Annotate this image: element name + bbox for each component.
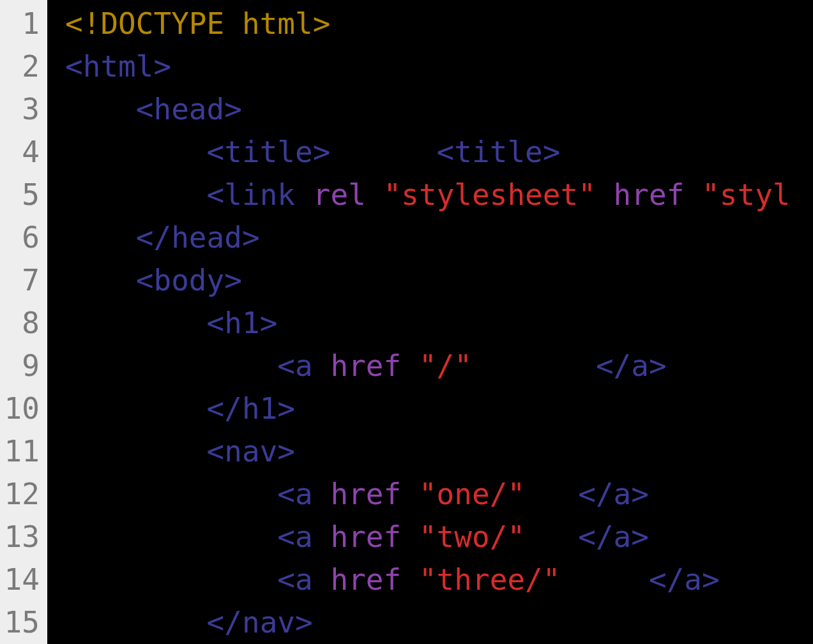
token-plain: [401, 562, 419, 597]
indent: [65, 562, 277, 597]
token-tag: <link: [207, 177, 295, 212]
line-number: 6: [0, 216, 47, 259]
token-str: "two/": [419, 520, 525, 554]
indent: [65, 135, 207, 169]
indent: [65, 520, 277, 554]
token-plain: [525, 477, 578, 511]
indent: [65, 177, 207, 212]
code-line[interactable]: </head>: [65, 216, 813, 259]
code-line[interactable]: <!DOCTYPE html>: [65, 3, 813, 45]
line-number: 9: [0, 345, 47, 387]
token-tag: <body>: [136, 263, 242, 297]
token-str: "three/": [419, 562, 561, 597]
line-number: 13: [0, 516, 47, 558]
code-line[interactable]: <head>: [65, 88, 813, 131]
line-number: 10: [0, 387, 47, 430]
token-tag: </nav>: [207, 605, 313, 640]
token-str: "styl: [702, 177, 790, 212]
code-line[interactable]: <a href "three/" </a>: [65, 558, 813, 601]
token-plain: [596, 177, 614, 212]
token-attr: href: [330, 348, 401, 383]
token-tag: </head>: [136, 220, 260, 255]
token-str: "stylesheet": [384, 177, 596, 212]
token-plain: [313, 562, 331, 597]
code-line[interactable]: </nav>: [65, 601, 813, 644]
code-area[interactable]: <!DOCTYPE html><html> <head> <title> <ti…: [51, 0, 813, 644]
token-plain: [401, 348, 419, 383]
code-line[interactable]: <a href "one/" </a>: [65, 473, 813, 516]
token-doctype: <!DOCTYPE html>: [65, 6, 330, 41]
line-number: 8: [0, 302, 47, 345]
token-attr: href: [330, 520, 401, 554]
token-tag: <title>: [437, 135, 561, 169]
token-tag: <a: [277, 348, 312, 383]
indent: [65, 434, 207, 468]
token-plain: [366, 177, 384, 212]
indent: [65, 605, 207, 640]
line-number: 2: [0, 45, 47, 88]
token-plain: [295, 177, 313, 212]
token-tag: <title>: [207, 135, 331, 169]
token-plain: [472, 348, 596, 383]
code-line[interactable]: <link rel "stylesheet" href "styl: [65, 174, 813, 216]
code-line[interactable]: <a href "/" </a>: [65, 345, 813, 387]
token-plain: [313, 520, 331, 554]
token-tag: <nav>: [207, 434, 295, 468]
code-line[interactable]: <html>: [65, 45, 813, 88]
token-tag: <html>: [65, 49, 171, 84]
token-tag: </a>: [649, 562, 720, 597]
line-number: 5: [0, 174, 47, 216]
token-plain: [401, 520, 419, 554]
token-attr: href: [614, 177, 685, 212]
line-number: 7: [0, 259, 47, 302]
token-str: "one/": [419, 477, 525, 511]
line-number: 14: [0, 558, 47, 601]
indent: [65, 220, 136, 255]
token-plain: [560, 562, 648, 597]
indent: [65, 391, 207, 426]
token-plain: [525, 520, 578, 554]
token-str: "/": [419, 348, 472, 383]
token-tag: <h1>: [207, 306, 278, 340]
line-number: 12: [0, 473, 47, 516]
token-tag: <a: [277, 520, 312, 554]
token-tag: <head>: [136, 92, 242, 126]
token-plain: [330, 135, 436, 169]
token-plain: [313, 348, 331, 383]
token-plain: [313, 477, 331, 511]
line-number-gutter: 123456789101112131415: [0, 0, 51, 644]
code-editor[interactable]: 123456789101112131415 <!DOCTYPE html><ht…: [0, 0, 813, 644]
code-line[interactable]: </h1>: [65, 387, 813, 430]
indent: [65, 477, 277, 511]
line-number: 4: [0, 131, 47, 174]
token-attr: href: [330, 562, 401, 597]
code-line[interactable]: <h1>: [65, 302, 813, 345]
token-tag: </h1>: [207, 391, 295, 426]
token-tag: <a: [277, 477, 312, 511]
code-line[interactable]: <body>: [65, 259, 813, 302]
token-plain: [401, 477, 419, 511]
token-attr: href: [330, 477, 401, 511]
line-number: 1: [0, 3, 47, 45]
token-tag: <a: [277, 562, 312, 597]
token-attr: rel: [313, 177, 366, 212]
token-tag: </a>: [596, 348, 667, 383]
token-plain: [684, 177, 702, 212]
line-number: 11: [0, 430, 47, 473]
code-line[interactable]: <a href "two/" </a>: [65, 516, 813, 558]
indent: [65, 306, 207, 340]
code-line[interactable]: <nav>: [65, 430, 813, 473]
token-tag: </a>: [578, 520, 649, 554]
token-tag: </a>: [578, 477, 649, 511]
line-number: 15: [0, 601, 47, 644]
indent: [65, 348, 277, 383]
code-line[interactable]: <title> <title>: [65, 131, 813, 174]
line-number: 3: [0, 88, 47, 131]
indent: [65, 263, 136, 297]
indent: [65, 92, 136, 126]
